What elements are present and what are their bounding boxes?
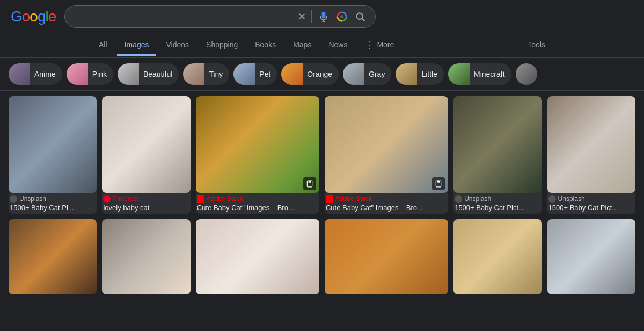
- image-source: Adobe Stock: [325, 193, 448, 204]
- source-name: Adobe Stock: [335, 195, 372, 203]
- chip-orange[interactable]: Orange: [281, 63, 339, 85]
- source-favicon: [103, 195, 111, 203]
- tab-shopping[interactable]: Shopping: [199, 35, 245, 56]
- header: Google baby cat ✕: [0, 0, 644, 33]
- tab-videos[interactable]: Videos: [158, 35, 196, 56]
- image-title: Cute Baby Cat" Images – Bro...: [196, 204, 319, 214]
- svg-point-3: [341, 15, 344, 18]
- image-title: Cute Baby Cat" Images – Bro...: [325, 204, 448, 214]
- chip-gray[interactable]: Gray: [343, 63, 391, 85]
- chip-tiny[interactable]: Tiny: [183, 63, 229, 85]
- chip-thumb: [516, 63, 537, 85]
- image-item[interactable]: Unsplash 1500+ Baby Cat Pict...: [547, 96, 635, 214]
- search-submit-icon[interactable]: [354, 10, 367, 23]
- chip-label: Beautiful: [139, 70, 179, 78]
- image-col-2: Adobe Stock Cute Baby Cat" Images – Bro.…: [196, 96, 319, 214]
- image-thumbnail: [196, 96, 319, 193]
- chip-label: Anime: [30, 70, 62, 78]
- image-thumbnail: [102, 96, 190, 193]
- source-favicon: [10, 195, 17, 203]
- source-name: Unsplash: [464, 195, 491, 203]
- save-icon[interactable]: [303, 177, 316, 190]
- image-thumbnail: [325, 96, 448, 193]
- search-input[interactable]: baby cat: [74, 12, 292, 21]
- mic-icon[interactable]: [317, 10, 330, 23]
- image-source: Pinterest: [102, 193, 190, 204]
- chip-label: Orange: [303, 70, 339, 78]
- chips-row: Anime Pink Beautiful Tiny Pet Orange Gra…: [0, 58, 644, 91]
- chip-label: Little: [417, 70, 444, 78]
- source-name: Unsplash: [19, 195, 46, 203]
- image-source: Unsplash: [9, 193, 97, 204]
- tab-tools[interactable]: Tools: [520, 35, 553, 56]
- source-favicon: [455, 195, 462, 203]
- image-col-1: Pinterest lovely baby cat: [102, 96, 190, 214]
- image-item[interactable]: Pinterest lovely baby cat: [102, 96, 190, 214]
- chip-little[interactable]: Little: [396, 63, 444, 85]
- image-item[interactable]: [547, 219, 635, 294]
- chip-extra[interactable]: [516, 63, 537, 85]
- chip-label: Gray: [364, 70, 391, 78]
- image-thumbnail: [9, 96, 97, 193]
- source-favicon: [548, 195, 556, 203]
- image-item[interactable]: Unsplash 1500+ Baby Cat Pict...: [453, 96, 541, 214]
- save-icon[interactable]: [432, 177, 445, 190]
- chip-thumb: [9, 63, 30, 85]
- image-thumbnail: [102, 219, 190, 294]
- image-grid-row2: [0, 219, 644, 300]
- image-item[interactable]: [325, 219, 448, 294]
- source-favicon: [197, 195, 204, 203]
- chip-thumb: [233, 63, 255, 85]
- image-item[interactable]: [9, 219, 97, 294]
- image-thumbnail: [547, 96, 635, 193]
- svg-point-4: [357, 13, 363, 19]
- chip-label: Minecraft: [470, 70, 511, 78]
- image-item[interactable]: [102, 219, 190, 294]
- chip-thumb: [281, 63, 303, 85]
- image-item[interactable]: Adobe Stock Cute Baby Cat" Images – Bro.…: [196, 96, 319, 214]
- image-item[interactable]: [453, 219, 541, 294]
- tab-maps[interactable]: Maps: [286, 35, 319, 56]
- image-thumbnail: [196, 219, 319, 294]
- image-col-0: Unsplash 1500+ Baby Cat Pi...: [9, 96, 97, 214]
- image-source: Adobe Stock: [196, 193, 319, 204]
- tab-more[interactable]: ⋮ More: [357, 33, 401, 57]
- image-title: lovely baby cat: [102, 204, 190, 214]
- lens-icon[interactable]: [335, 10, 348, 23]
- chip-minecraft[interactable]: Minecraft: [448, 63, 511, 85]
- svg-line-5: [362, 19, 365, 21]
- image-thumbnail: [9, 219, 97, 294]
- chip-pink[interactable]: Pink: [67, 63, 113, 85]
- image-source: Unsplash: [547, 193, 635, 204]
- svg-rect-9: [437, 181, 440, 183]
- image-thumbnail: [547, 219, 635, 294]
- chip-pet[interactable]: Pet: [233, 63, 277, 85]
- source-favicon: [326, 195, 333, 203]
- nav-tabs: All Images Videos Shopping Books Maps Ne…: [0, 33, 644, 58]
- tab-images[interactable]: Images: [117, 35, 157, 56]
- chip-thumb: [396, 63, 417, 85]
- chip-label: Pet: [255, 70, 277, 78]
- clear-icon[interactable]: ✕: [298, 11, 306, 23]
- source-name: Adobe Stock: [207, 195, 243, 203]
- divider: [311, 10, 312, 23]
- google-logo[interactable]: Google: [11, 8, 56, 25]
- image-item[interactable]: Adobe Stock Cute Baby Cat" Images – Bro.…: [325, 96, 448, 214]
- chip-anime[interactable]: Anime: [9, 63, 62, 85]
- image-title: 1500+ Baby Cat Pi...: [9, 204, 97, 214]
- search-bar: baby cat ✕: [64, 5, 376, 28]
- chip-beautiful[interactable]: Beautiful: [118, 63, 179, 85]
- image-item[interactable]: [196, 219, 319, 294]
- image-col-5: Unsplash 1500+ Baby Cat Pict...: [547, 96, 635, 214]
- chip-thumb: [67, 63, 88, 85]
- image-item[interactable]: Unsplash 1500+ Baby Cat Pi...: [9, 96, 97, 214]
- image-col-3: Adobe Stock Cute Baby Cat" Images – Bro.…: [325, 96, 448, 214]
- tab-books[interactable]: Books: [247, 35, 283, 56]
- tab-news[interactable]: News: [321, 35, 355, 56]
- image-title: 1500+ Baby Cat Pict...: [453, 204, 541, 214]
- image-thumbnail: [325, 219, 448, 294]
- chip-label: Pink: [88, 70, 113, 78]
- svg-rect-7: [309, 181, 311, 183]
- source-name: Pinterest: [113, 195, 138, 203]
- tab-all[interactable]: All: [91, 35, 115, 56]
